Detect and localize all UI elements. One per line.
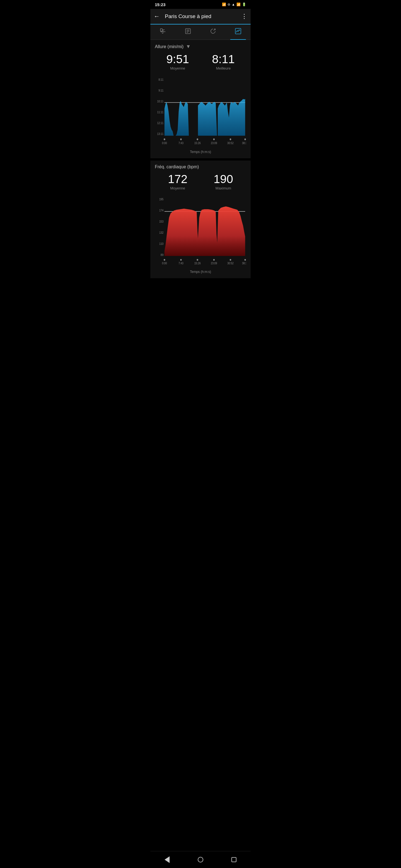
svg-text:132: 132 bbox=[159, 231, 164, 234]
charts-tab-icon bbox=[235, 28, 241, 36]
pace-stats-row: 9:51 Moyenne 8:11 Meilleure bbox=[155, 54, 246, 70]
heart-max: 190 Maximum bbox=[213, 173, 233, 190]
svg-text:11:11: 11:11 bbox=[157, 111, 164, 114]
svg-text:110: 110 bbox=[159, 242, 164, 245]
cell-icon: 📶 bbox=[236, 2, 240, 6]
tab-map[interactable] bbox=[155, 27, 171, 37]
heart-max-label: Maximum bbox=[213, 186, 233, 190]
heart-stats-row: 172 Moyenne 190 Maximum bbox=[155, 173, 246, 190]
pace-dropdown-icon[interactable]: ▼ bbox=[186, 44, 191, 50]
svg-text:15:26: 15:26 bbox=[194, 262, 201, 265]
svg-point-15 bbox=[164, 138, 165, 140]
map-tab-icon bbox=[160, 28, 166, 36]
heart-title: Fréq. cardiaque (bpm) bbox=[155, 164, 199, 169]
svg-text:13:11: 13:11 bbox=[157, 132, 164, 136]
pace-best-value: 8:11 bbox=[212, 54, 235, 65]
svg-text:9:11: 9:11 bbox=[159, 89, 164, 92]
heart-section: Fréq. cardiaque (bpm) 172 Moyenne 190 Ma… bbox=[150, 160, 251, 278]
svg-line-5 bbox=[213, 29, 215, 31]
pace-average: 9:51 Moyenne bbox=[166, 54, 189, 70]
svg-text:0:00: 0:00 bbox=[162, 141, 167, 145]
svg-point-35 bbox=[180, 259, 181, 261]
laps-tab-icon bbox=[210, 28, 217, 36]
status-time: 15:23 bbox=[155, 2, 165, 7]
svg-text:30:52: 30:52 bbox=[227, 141, 234, 145]
pace-x-axis-label: Temps (h:m:s) bbox=[155, 150, 246, 154]
tab-bar bbox=[150, 25, 251, 40]
svg-text:12:11: 12:11 bbox=[157, 122, 164, 125]
stats-tab-icon bbox=[184, 28, 191, 36]
pace-title: Allure (min/mi) bbox=[155, 44, 183, 49]
tab-stats[interactable] bbox=[180, 27, 196, 37]
svg-text:10:11: 10:11 bbox=[157, 100, 164, 103]
heart-x-axis-label: Temps (h:m:s) bbox=[155, 270, 246, 274]
pace-average-label: Moyenne bbox=[166, 66, 189, 70]
svg-text:0:00: 0:00 bbox=[162, 262, 167, 265]
svg-text:38:35: 38:35 bbox=[242, 262, 246, 265]
heart-chart: 195 174 153 132 110 89 bbox=[155, 195, 246, 268]
heart-average-value: 172 bbox=[168, 173, 188, 185]
svg-text:23:09: 23:09 bbox=[211, 141, 217, 145]
wifi-icon: ▲ bbox=[232, 2, 235, 6]
svg-text:89: 89 bbox=[161, 253, 164, 256]
main-content: Allure (min/mi) ▼ 9:51 Moyenne 8:11 Meil… bbox=[150, 40, 251, 297]
status-bar: 15:23 📶 ⊖ ▲ 📶 🔋 bbox=[150, 0, 251, 9]
svg-text:153: 153 bbox=[159, 220, 164, 223]
svg-text:7:43: 7:43 bbox=[178, 141, 183, 145]
svg-text:15:26: 15:26 bbox=[194, 141, 201, 145]
pace-chart: 8:11 9:11 10:11 11:11 12:11 13:11 bbox=[155, 75, 246, 148]
heart-average-label: Moyenne bbox=[168, 186, 188, 190]
svg-point-16 bbox=[180, 138, 181, 140]
svg-text:30:52: 30:52 bbox=[227, 262, 234, 265]
svg-rect-0 bbox=[161, 29, 162, 31]
header: ← Paris Course à pied ⋮ bbox=[150, 9, 251, 25]
pace-section-header: Allure (min/mi) ▼ bbox=[155, 44, 246, 50]
battery-icon: 🔋 bbox=[242, 2, 246, 6]
svg-text:195: 195 bbox=[159, 198, 164, 201]
pace-best-label: Meilleure bbox=[212, 66, 235, 70]
svg-text:7:43: 7:43 bbox=[178, 262, 183, 265]
status-icons: 📶 ⊖ ▲ 📶 🔋 bbox=[222, 2, 246, 6]
svg-point-34 bbox=[164, 259, 165, 261]
svg-point-19 bbox=[230, 138, 231, 140]
heart-max-value: 190 bbox=[213, 173, 233, 185]
heart-section-header: Fréq. cardiaque (bpm) bbox=[155, 164, 246, 169]
back-button[interactable]: ← bbox=[154, 13, 162, 20]
svg-point-38 bbox=[230, 259, 231, 261]
pace-average-value: 9:51 bbox=[166, 54, 189, 65]
svg-point-37 bbox=[213, 259, 215, 261]
page-title: Paris Course à pied bbox=[165, 13, 241, 20]
svg-text:38:35: 38:35 bbox=[242, 141, 246, 145]
svg-text:174: 174 bbox=[159, 209, 164, 212]
heart-average: 172 Moyenne bbox=[168, 173, 188, 190]
svg-point-20 bbox=[245, 138, 246, 140]
signal-icon: ⊖ bbox=[228, 2, 230, 6]
tab-laps[interactable] bbox=[205, 27, 221, 37]
svg-point-17 bbox=[197, 138, 198, 140]
pace-best: 8:11 Meilleure bbox=[212, 54, 235, 70]
svg-text:8:11: 8:11 bbox=[159, 78, 164, 82]
svg-text:23:09: 23:09 bbox=[211, 262, 217, 265]
pace-chart-container: 8:11 9:11 10:11 11:11 12:11 13:11 bbox=[155, 75, 246, 148]
svg-point-18 bbox=[213, 138, 215, 140]
bluetooth-icon: 📶 bbox=[222, 2, 226, 6]
svg-point-36 bbox=[197, 259, 198, 261]
svg-point-39 bbox=[245, 259, 246, 261]
pace-section: Allure (min/mi) ▼ 9:51 Moyenne 8:11 Meil… bbox=[150, 40, 251, 158]
more-menu-button[interactable]: ⋮ bbox=[241, 13, 247, 20]
tab-charts[interactable] bbox=[230, 27, 246, 37]
heart-chart-container: 195 174 153 132 110 89 bbox=[155, 195, 246, 268]
